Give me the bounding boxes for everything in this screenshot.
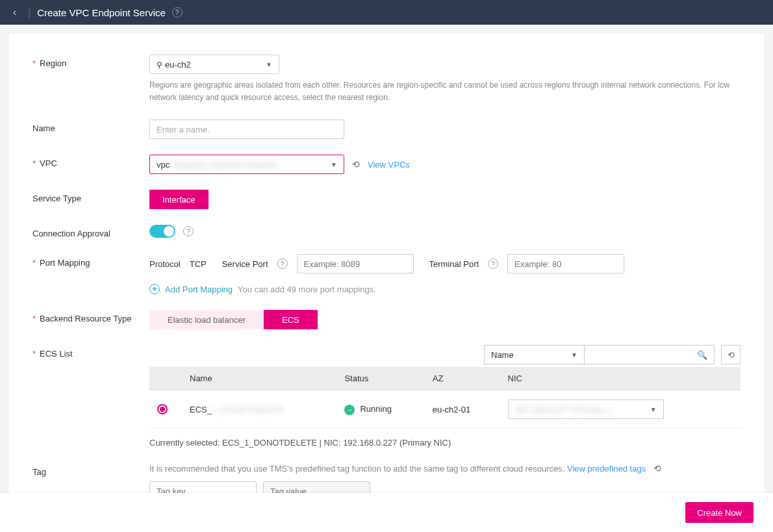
service-port-label: Service Port [222, 259, 268, 269]
create-now-button[interactable]: Create Now [685, 502, 754, 523]
col-az: AZ [425, 367, 500, 390]
port-mapping-label: Port Mapping [32, 254, 149, 268]
chevron-down-icon: ▼ [571, 351, 577, 359]
refresh-tags-icon[interactable]: ⟲ [653, 463, 661, 474]
connection-approval-toggle[interactable] [149, 225, 175, 238]
terminal-port-input[interactable] [507, 254, 624, 273]
row-radio[interactable] [157, 404, 168, 414]
region-value: eu-ch2 [165, 60, 191, 70]
help-icon[interactable]: ? [172, 7, 183, 18]
plus-icon[interactable]: + [149, 284, 160, 294]
status-icon: → [344, 405, 355, 415]
protocol-value: TCP [190, 259, 207, 269]
ecs-table: Name Status AZ NIC ECS_1_DONOTDELETE →Ru… [149, 367, 741, 429]
chevron-down-icon: ▼ [650, 406, 657, 413]
col-status: Status [336, 367, 424, 390]
service-type-interface[interactable]: Interface [149, 190, 209, 209]
ecs-refresh-button[interactable]: ⟲ [721, 345, 741, 364]
view-tags-link[interactable]: View predefined tags [567, 464, 646, 474]
vpc-redacted: -redacted-redacted-redacted [170, 160, 277, 170]
ecs-search-input[interactable]: 🔍 [585, 345, 715, 364]
region-hint: Regions are geographic areas isolated fr… [149, 79, 741, 104]
help-icon[interactable]: ? [183, 226, 194, 236]
nic-select[interactable]: 192.168.0.227 (Primary...) ▼ [508, 399, 664, 419]
backend-elb-option[interactable]: Elastic load balancer [149, 310, 264, 329]
ecs-filter-select[interactable]: Name ▼ [484, 345, 585, 364]
vpc-select[interactable]: vpc-redacted-redacted-redacted ▼ [149, 155, 344, 174]
vpc-value: vpc [157, 160, 170, 170]
view-vpcs-link[interactable]: View VPCs [368, 160, 410, 170]
back-icon[interactable]: ‹ [13, 6, 16, 18]
search-icon: 🔍 [697, 350, 707, 360]
tag-hint: It is recommended that you use TMS's pre… [149, 464, 564, 474]
help-icon[interactable]: ? [277, 259, 288, 269]
connection-approval-label: Connection Approval [32, 225, 149, 238]
protocol-label: Protocol [149, 259, 181, 269]
ecs-status: Running [360, 404, 391, 414]
service-type-label: Service Type [32, 190, 149, 203]
region-label: Region [32, 55, 149, 68]
col-nic: NIC [500, 367, 741, 390]
table-row[interactable]: ECS_1_DONOTDELETE →Running eu-ch2-01 192… [149, 390, 741, 429]
location-icon: ⚲ [157, 60, 162, 70]
chevron-down-icon: ▼ [266, 61, 272, 68]
nic-redacted: 192.168.0.227 (Primary...) [515, 405, 613, 414]
ecs-list-label: ECS List [32, 345, 149, 359]
terminal-port-label: Terminal Port [429, 259, 479, 269]
refresh-vpc-icon[interactable]: ⟲ [352, 159, 360, 170]
add-port-mapping-link[interactable]: Add Port Mapping [165, 285, 233, 294]
port-mapping-hint: You can add 49 more port mappings. [238, 285, 376, 294]
tag-label: Tag [32, 463, 149, 477]
help-icon[interactable]: ? [488, 259, 498, 269]
ecs-az: eu-ch2-01 [425, 390, 500, 429]
page-title: Create VPC Endpoint Service [37, 7, 166, 18]
chevron-down-icon: ▼ [331, 161, 337, 168]
separator: | [28, 7, 31, 18]
name-input[interactable] [149, 120, 344, 139]
ecs-name-redacted: 1_DONOTDELETE [212, 405, 285, 414]
col-name: Name [182, 367, 336, 390]
name-label: Name [32, 120, 149, 133]
selected-ecs-info: Currently selected: ECS_1_DONOTDELETE | … [149, 438, 741, 448]
ecs-filter-value: Name [491, 350, 514, 360]
vpc-label: VPC [32, 155, 149, 168]
backend-ecs-option[interactable]: ECS [264, 310, 318, 329]
region-select[interactable]: ⚲eu-ch2 ▼ [149, 55, 279, 74]
service-port-input[interactable] [297, 254, 414, 273]
ecs-name: ECS_ [190, 405, 212, 414]
backend-type-label: Backend Resource Type [32, 310, 149, 323]
